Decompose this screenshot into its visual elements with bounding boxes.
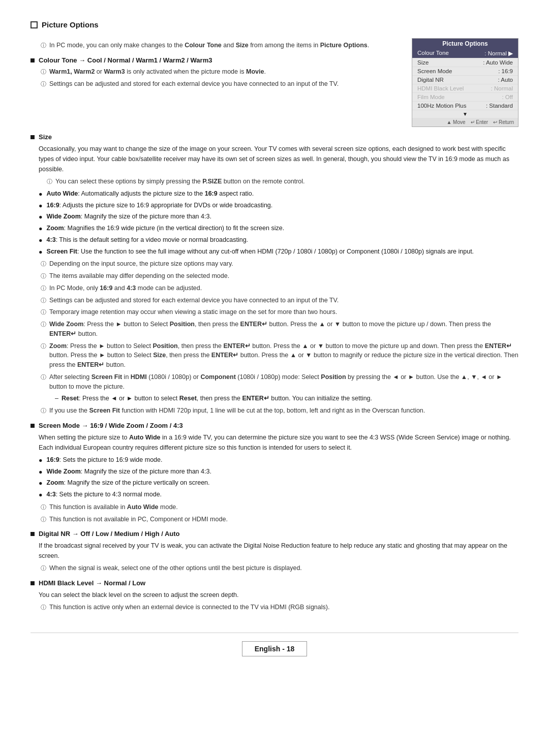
subsection-colour-tone: Colour Tone → Cool / Normal / Warm1 / Wa… bbox=[30, 56, 396, 89]
size-note-zoom: ⓘ Zoom: Press the ► button to Select Pos… bbox=[41, 341, 518, 370]
hdmi-black-square-icon bbox=[30, 581, 35, 585]
note-icon: ⓘ bbox=[41, 503, 46, 512]
bullet-43-text: 4:3: This is the default setting for a v… bbox=[47, 235, 249, 245]
note-icon: ⓘ bbox=[41, 308, 46, 317]
note-icon: ⓘ bbox=[41, 373, 46, 382]
bullet-dot-icon: ● bbox=[39, 479, 43, 488]
po-row-colour-tone: Colour Tone : Normal ▶ bbox=[412, 49, 518, 58]
subsection-screen-mode: Screen Mode → 16:9 / Wide Zoom / Zoom / … bbox=[30, 422, 518, 524]
subsection-hdmi-black: HDMI Black Level → Normal / Low You can … bbox=[30, 579, 518, 612]
size-note-wide-zoom: ⓘ Wide Zoom: Press the ► button to Selec… bbox=[41, 320, 518, 339]
sm-note-not-available-text: This function is not available in PC, Co… bbox=[49, 515, 228, 524]
footer-box: English - 18 bbox=[242, 641, 308, 656]
po-nav-bar: ▲ Move ↵ Enter ↩ Return bbox=[412, 118, 518, 127]
colour-tone-note2-text: Settings can be adjusted and stored for … bbox=[49, 79, 339, 89]
digital-nr-note: ⓘ When the signal is weak, select one of… bbox=[41, 563, 518, 573]
po-row-hdmi-black: HDMI Black Level : Normal bbox=[412, 84, 518, 93]
note-icon: ⓘ bbox=[41, 260, 46, 268]
size-note-overscan-text: If you use the Screen Fit function with … bbox=[49, 406, 425, 416]
checkbox-icon bbox=[30, 21, 38, 28]
black-square-icon bbox=[30, 58, 35, 62]
bullet-169-text: 16:9: Adjusts the picture size to 16:9 a… bbox=[47, 201, 273, 210]
sm-note-available: ⓘ This function is available in Auto Wid… bbox=[41, 502, 518, 512]
size-rc-note: ⓘ You can select these options by simply… bbox=[47, 177, 518, 186]
digital-nr-title: Digital NR → Off / Low / Medium / High /… bbox=[39, 530, 180, 538]
size-note-reset-text: Reset: Press the ◄ or ► button to select… bbox=[62, 394, 372, 403]
note-icon: ⓘ bbox=[41, 406, 46, 415]
picture-options-box: Picture Options Colour Tone : Normal ▶ S… bbox=[412, 38, 518, 127]
screen-mode-bullet-list: ● 16:9: Sets the picture to 16:9 wide mo… bbox=[39, 455, 518, 500]
po-value-colour-tone: : Normal ▶ bbox=[484, 50, 513, 57]
size-rc-note-text: You can select these options by simply p… bbox=[55, 177, 305, 186]
bullet-dot-icon: ● bbox=[39, 212, 43, 222]
section-header: Picture Options bbox=[30, 20, 518, 29]
bullet-43: ● 4:3: This is the default setting for a… bbox=[39, 235, 518, 245]
size-note-zoom-text: Zoom: Press the ► button to Select Posit… bbox=[49, 341, 518, 370]
size-note-items-available: ⓘ The items available may differ dependi… bbox=[41, 271, 518, 281]
size-body: Occasionally, you may want to change the… bbox=[39, 144, 518, 174]
bullet-169: ● 16:9: Adjusts the picture size to 16:9… bbox=[39, 201, 518, 211]
size-note-overscan: ⓘ If you use the Screen Fit function wit… bbox=[41, 406, 518, 416]
sm-bullet-169: ● 16:9: Sets the picture to 16:9 wide mo… bbox=[39, 455, 518, 465]
hdmi-black-body: You can select the black level on the sc… bbox=[39, 590, 518, 600]
sm-bullet-zoom: ● Zoom: Magnify the size of the picture … bbox=[39, 478, 518, 488]
size-note-temp-text: Temporary image retention may occur when… bbox=[49, 307, 337, 317]
screen-mode-black-square-icon bbox=[30, 424, 35, 428]
po-arrow-down: ▼ bbox=[412, 110, 518, 118]
sm-note-available-text: This function is available in Auto Wide … bbox=[49, 502, 178, 512]
note-icon: ⓘ bbox=[41, 284, 46, 293]
colour-tone-note1: ⓘ Warm1, Warm2 or Warm3 is only activate… bbox=[41, 67, 396, 77]
sm-bullet-43: ● 4:3: Sets the picture to 4:3 normal mo… bbox=[39, 490, 518, 500]
po-nav-move: ▲ Move bbox=[446, 119, 465, 125]
size-note-pc-mode-text: In PC Mode, only 16:9 and 4:3 mode can b… bbox=[49, 284, 202, 293]
size-note-temp: ⓘ Temporary image retention may occur wh… bbox=[41, 307, 518, 317]
po-row-digital-nr: Digital NR : Auto bbox=[412, 76, 518, 84]
sm-bullet-zoom-text: Zoom: Magnify the size of the picture ve… bbox=[47, 478, 210, 488]
digital-nr-note-text: When the signal is weak, select one of t… bbox=[49, 563, 302, 573]
bullet-dot-icon: ● bbox=[39, 490, 43, 500]
po-label-hdmi-black: HDMI Black Level bbox=[417, 85, 464, 91]
note-icon-2: ⓘ bbox=[41, 80, 46, 88]
hdmi-black-note-text: This function is active only when an ext… bbox=[49, 603, 329, 612]
size-title: Size bbox=[39, 133, 52, 141]
po-value-film-mode: : Off bbox=[502, 94, 513, 100]
po-row-100hz: 100Hz Motion Plus : Standard bbox=[412, 102, 518, 110]
hdmi-black-title: HDMI Black Level → Normal / Low bbox=[39, 579, 145, 587]
bullet-auto-wide-text: Auto Wide: Automatically adjusts the pic… bbox=[47, 189, 254, 199]
hdmi-black-header: HDMI Black Level → Normal / Low bbox=[30, 579, 518, 587]
footer-label: English - 18 bbox=[255, 645, 295, 653]
size-note-items-text: The items available may differ depending… bbox=[49, 271, 229, 281]
sm-note-not-available: ⓘ This function is not available in PC, … bbox=[41, 515, 518, 524]
bullet-wide-zoom: ● Wide Zoom: Magnify the size of the pic… bbox=[39, 212, 518, 222]
digital-nr-black-square-icon bbox=[30, 532, 35, 536]
bullet-dot-icon: ● bbox=[39, 201, 43, 211]
note-icon: ⓘ bbox=[41, 603, 46, 612]
top-layout: ⓘ In PC mode, you can only make changes … bbox=[30, 38, 518, 127]
sm-bullet-43-text: 4:3: Sets the picture to 4:3 normal mode… bbox=[47, 490, 162, 499]
bullet-auto-wide: ● Auto Wide: Automatically adjusts the p… bbox=[39, 189, 518, 199]
note-icon: ⓘ bbox=[41, 564, 46, 573]
sm-bullet-wide-zoom: ● Wide Zoom: Magnify the size of the pic… bbox=[39, 467, 518, 477]
bullet-dot-icon: ● bbox=[39, 190, 43, 199]
size-note-settings: ⓘ Settings can be adjusted and stored fo… bbox=[41, 296, 518, 305]
page-content: Picture Options ⓘ In PC mode, you can on… bbox=[30, 20, 518, 656]
size-header: Size bbox=[30, 133, 518, 141]
colour-tone-note1-text: Warm1, Warm2 or Warm3 is only activated … bbox=[49, 67, 266, 77]
size-black-square-icon bbox=[30, 135, 35, 139]
bullet-zoom: ● Zoom: Magnifies the 16:9 wide picture … bbox=[39, 224, 518, 234]
colour-tone-note2: ⓘ Settings can be adjusted and stored fo… bbox=[41, 79, 396, 89]
bullet-wide-zoom-text: Wide Zoom: Magnify the size of the pictu… bbox=[47, 212, 211, 222]
size-bullet-list: ● Auto Wide: Automatically adjusts the p… bbox=[39, 189, 518, 257]
section-title: Picture Options bbox=[42, 20, 99, 29]
bullet-dot-icon: ● bbox=[39, 224, 43, 234]
po-label-size: Size bbox=[417, 59, 429, 66]
subsection-digital-nr: Digital NR → Off / Low / Medium / High /… bbox=[30, 530, 518, 573]
intro-content: ⓘ In PC mode, you can only make changes … bbox=[30, 38, 396, 94]
size-note-input-source: ⓘ Depending on the input source, the pic… bbox=[41, 259, 518, 269]
po-label-film-mode: Film Mode bbox=[417, 94, 445, 100]
po-label-colour-tone: Colour Tone bbox=[417, 50, 449, 57]
size-note-input-source-text: Depending on the input source, the pictu… bbox=[49, 259, 233, 269]
page-footer: English - 18 bbox=[30, 633, 518, 656]
screen-mode-title: Screen Mode → 16:9 / Wide Zoom / Zoom / … bbox=[39, 422, 183, 429]
po-nav-return: ↩ Return bbox=[493, 119, 514, 125]
